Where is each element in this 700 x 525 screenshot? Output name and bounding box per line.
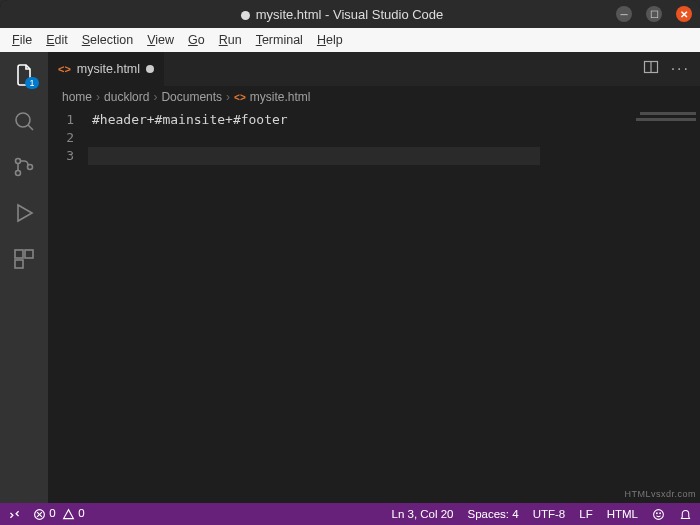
svg-point-2 <box>16 159 21 164</box>
code-line-2 <box>92 129 630 147</box>
explorer-icon[interactable]: 1 <box>11 62 37 88</box>
crumb-home[interactable]: home <box>62 90 92 104</box>
menu-run[interactable]: Run <box>213 32 248 48</box>
split-editor-icon[interactable] <box>643 59 659 79</box>
status-indent[interactable]: Spaces: 4 <box>468 508 519 520</box>
menu-edit[interactable]: Edit <box>40 32 74 48</box>
watermark-text: HTMLvsxdr.com <box>624 489 696 499</box>
maximize-button[interactable]: ☐ <box>646 6 662 22</box>
editor-area[interactable]: 1 2 3 #header+#mainsite+#footer (GROUP O… <box>48 108 700 503</box>
svg-point-0 <box>16 113 30 127</box>
editor-tabs: <> mysite.html ··· <box>48 52 700 86</box>
crumb-user[interactable]: ducklord <box>104 90 149 104</box>
status-problems[interactable]: 0 0 <box>33 507 85 520</box>
svg-point-16 <box>660 513 661 514</box>
more-actions-icon[interactable]: ··· <box>671 60 690 78</box>
menu-file[interactable]: File <box>6 32 38 48</box>
crumb-documents[interactable]: Documents <box>161 90 222 104</box>
status-cursor[interactable]: Ln 3, Col 20 <box>392 508 454 520</box>
svg-rect-6 <box>15 250 23 258</box>
menu-view[interactable]: View <box>141 32 180 48</box>
code-line-1: #header+#mainsite+#footer <box>92 111 630 129</box>
window-titlebar: mysite.html - Visual Studio Code ─ ☐ ✕ <box>0 0 700 28</box>
status-bar: 0 0 Ln 3, Col 20 Spaces: 4 UTF-8 LF HTML <box>0 503 700 525</box>
html-file-icon: <> <box>58 63 71 75</box>
status-encoding[interactable]: UTF-8 <box>533 508 566 520</box>
menu-selection[interactable]: Selection <box>76 32 139 48</box>
feedback-icon[interactable] <box>652 507 665 520</box>
svg-point-15 <box>656 513 657 514</box>
tab-label: mysite.html <box>77 62 140 76</box>
window-title: mysite.html - Visual Studio Code <box>68 7 616 22</box>
activity-bar: 1 <box>0 52 48 503</box>
code-lines[interactable]: #header+#mainsite+#footer (GROUP OF ELEM… <box>88 108 630 503</box>
svg-marker-5 <box>18 205 32 221</box>
explorer-badge: 1 <box>25 77 38 89</box>
remote-indicator-icon[interactable] <box>8 507 21 520</box>
close-button[interactable]: ✕ <box>676 6 692 22</box>
menu-terminal[interactable]: Terminal <box>250 32 309 48</box>
html-file-icon: <> <box>234 92 246 103</box>
chevron-right-icon: › <box>96 90 100 104</box>
svg-rect-8 <box>15 260 23 268</box>
svg-point-14 <box>654 509 664 519</box>
line-gutter: 1 2 3 <box>48 108 88 503</box>
menubar: File Edit Selection View Go Run Terminal… <box>0 28 700 52</box>
notifications-icon[interactable] <box>679 507 692 520</box>
tab-unsaved-dot-icon <box>146 65 154 73</box>
svg-line-1 <box>28 125 33 130</box>
breadcrumbs[interactable]: home › ducklord › Documents › <> mysite.… <box>48 86 700 108</box>
extensions-icon[interactable] <box>11 246 37 272</box>
status-eol[interactable]: LF <box>579 508 592 520</box>
svg-rect-7 <box>25 250 33 258</box>
minimap[interactable] <box>630 108 700 503</box>
menu-help[interactable]: Help <box>311 32 349 48</box>
svg-point-4 <box>28 165 33 170</box>
run-debug-icon[interactable] <box>11 200 37 226</box>
minimize-button[interactable]: ─ <box>616 6 632 22</box>
chevron-right-icon: › <box>153 90 157 104</box>
crumb-file[interactable]: mysite.html <box>250 90 311 104</box>
unsaved-dot-icon <box>241 11 250 20</box>
menu-go[interactable]: Go <box>182 32 211 48</box>
svg-point-3 <box>16 171 21 176</box>
tab-mysite[interactable]: <> mysite.html <box>48 52 165 86</box>
search-icon[interactable] <box>11 108 37 134</box>
chevron-right-icon: › <box>226 90 230 104</box>
source-control-icon[interactable] <box>11 154 37 180</box>
current-line-highlight <box>88 147 540 165</box>
status-language[interactable]: HTML <box>607 508 638 520</box>
